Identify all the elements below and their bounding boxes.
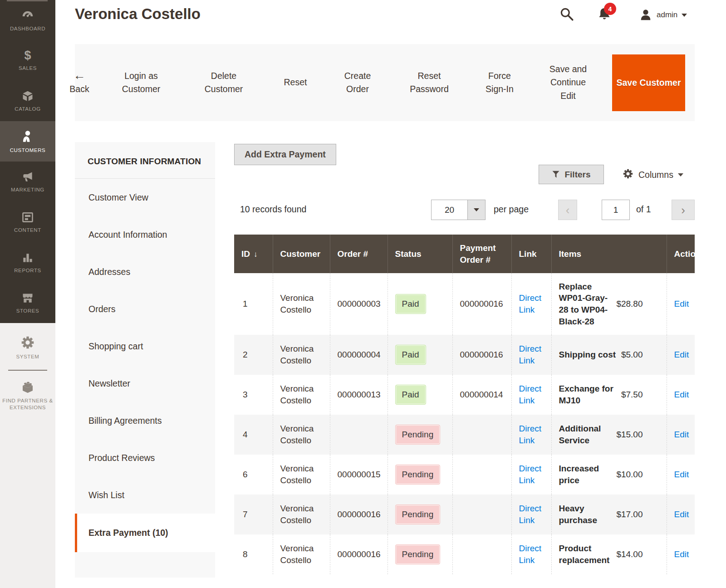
direct-link[interactable]: Direct Link: [519, 293, 542, 314]
status-cell: Pending: [388, 415, 452, 455]
panel-item-shopping-cart[interactable]: Shopping cart: [75, 328, 215, 365]
force-sign-in-button[interactable]: Force Sign-In: [485, 69, 515, 96]
page-number-input[interactable]: [602, 200, 630, 220]
sidebar-item-system[interactable]: SYSTEM: [0, 331, 55, 363]
direct-link[interactable]: Direct Link: [519, 464, 542, 485]
page-total-label: of 1: [636, 204, 651, 215]
sidebar-item-customers[interactable]: CUSTOMERS: [0, 121, 55, 162]
next-page-button[interactable]: ›: [672, 200, 695, 220]
sidebar-item-catalog[interactable]: CATALOG: [0, 81, 55, 121]
panel-item-extra-payment[interactable]: Extra Payment (10): [75, 514, 215, 552]
sidebar-item-label: CONTENT: [14, 227, 41, 233]
panel-item-billing-agreements[interactable]: Billing Agreements: [75, 402, 215, 439]
search-icon[interactable]: [559, 6, 574, 24]
sidebar-item-dashboard[interactable]: DASHBOARD: [0, 0, 55, 40]
gear-icon: [622, 168, 634, 182]
reset-button[interactable]: Reset: [280, 76, 311, 89]
order-number-cell: 000000004: [330, 335, 388, 375]
edit-link[interactable]: Edit: [674, 549, 689, 559]
action-cell: Edit: [667, 335, 695, 375]
panel-item-account-information[interactable]: Account Information: [75, 216, 215, 253]
sidebar-item-content[interactable]: CONTENT: [0, 202, 55, 242]
panel-item-addresses[interactable]: Addresses: [75, 253, 215, 290]
payments-table: ID↓ Customer Order # Status Payment Orde…: [234, 235, 695, 574]
create-order-button[interactable]: Create Order: [339, 69, 376, 96]
admin-account-menu[interactable]: admin: [639, 8, 687, 22]
content-icon: [21, 211, 34, 224]
records-found-text: 10 records found: [240, 204, 306, 215]
notifications-icon[interactable]: 4: [597, 6, 612, 24]
sidebar-divider: [8, 370, 47, 371]
back-arrow-icon: ←: [63, 69, 96, 82]
columns-button[interactable]: Columns: [622, 168, 683, 182]
dashboard-icon: [20, 9, 35, 22]
item-name: Shipping cost: [559, 349, 621, 361]
edit-link[interactable]: Edit: [674, 510, 689, 519]
edit-link[interactable]: Edit: [674, 430, 689, 439]
column-header-id[interactable]: ID↓: [234, 235, 273, 273]
id-cell: 4: [234, 415, 273, 455]
item-name: Increased price: [559, 463, 617, 486]
save-customer-button[interactable]: Save Customer: [612, 54, 685, 111]
column-header-order[interactable]: Order #: [330, 235, 388, 273]
sidebar-item-sales[interactable]: $ SALES: [0, 40, 55, 81]
payment-order-number-cell: [452, 534, 511, 574]
column-header-payment-order[interactable]: Payment Order #: [452, 235, 511, 273]
sidebar-item-reports[interactable]: REPORTS: [0, 242, 55, 283]
previous-page-button[interactable]: ‹: [558, 200, 577, 220]
filters-button[interactable]: Filters: [539, 165, 604, 184]
save-and-continue-edit-button[interactable]: Save and Continue Edit: [543, 63, 593, 103]
items-cell: Heavy purchase$17.00: [551, 495, 667, 534]
direct-link[interactable]: Direct Link: [519, 504, 542, 525]
action-cell: Edit: [667, 534, 695, 574]
column-header-items[interactable]: Items: [551, 235, 667, 273]
column-header-customer[interactable]: Customer: [273, 235, 330, 273]
per-page-select[interactable]: 20: [431, 200, 486, 220]
status-badge: Pending: [395, 544, 441, 564]
edit-link[interactable]: Edit: [674, 390, 689, 399]
item-name: Heavy purchase: [559, 503, 617, 526]
column-header-action[interactable]: Action: [667, 235, 695, 273]
items-cell: Shipping cost$5.00: [551, 335, 667, 375]
direct-link[interactable]: Direct Link: [519, 384, 542, 405]
logo-strip-partial: [7, 0, 48, 1]
edit-link[interactable]: Edit: [674, 350, 689, 359]
column-header-link[interactable]: Link: [511, 235, 551, 273]
sidebar-item-label: DASHBOARD: [10, 25, 45, 32]
panel-item-wish-list[interactable]: Wish List: [75, 476, 215, 514]
panel-item-customer-view[interactable]: Customer View: [75, 179, 215, 216]
edit-link[interactable]: Edit: [674, 470, 689, 479]
grid-controls-row: 10 records found 20 per page ‹ of 1 ›: [234, 200, 695, 221]
table-row: 7Veronica Costello000000016PendingDirect…: [234, 495, 695, 534]
sidebar-item-find-partners[interactable]: FIND PARTNERS & EXTENSIONS: [0, 377, 55, 413]
panel-item-orders[interactable]: Orders: [75, 290, 215, 328]
edit-link[interactable]: Edit: [674, 299, 689, 309]
back-button[interactable]: ← Back: [63, 69, 96, 96]
main-area: Veronica Costello 4 admin ← Back Login a…: [55, 0, 726, 588]
id-cell: 3: [234, 375, 273, 415]
sidebar-item-stores[interactable]: STORES: [0, 283, 55, 323]
customer-edit-page: DASHBOARD $ SALES CATALOG CUSTOMERS: [0, 0, 726, 588]
panel-item-product-reviews[interactable]: Product Reviews: [75, 439, 215, 476]
table-row: 4Veronica CostelloPendingDirect LinkAddi…: [234, 415, 695, 455]
link-cell: Direct Link: [511, 534, 551, 574]
items-cell: Additional Service$15.00: [551, 415, 667, 455]
items-cell: Product replacement$14.00: [551, 534, 667, 574]
direct-link[interactable]: Direct Link: [519, 424, 542, 445]
link-cell: Direct Link: [511, 273, 551, 335]
extensions-icon: [20, 381, 35, 394]
order-number-cell: 000000016: [330, 495, 388, 534]
panel-item-newsletter[interactable]: Newsletter: [75, 365, 215, 402]
reset-password-button[interactable]: Reset Password: [403, 69, 456, 96]
add-extra-payment-button[interactable]: Add Extra Payment: [234, 144, 336, 165]
payments-table-body: 1Veronica Costello000000003Paid000000016…: [234, 273, 695, 574]
direct-link[interactable]: Direct Link: [519, 544, 542, 565]
table-row: 2Veronica Costello000000004Paid000000016…: [234, 335, 695, 375]
sidebar-item-marketing[interactable]: MARKETING: [0, 162, 55, 202]
login-as-customer-button[interactable]: Login as Customer: [117, 69, 165, 96]
column-header-status[interactable]: Status: [388, 235, 452, 273]
table-row: 6Veronica Costello000000015PendingDirect…: [234, 455, 695, 495]
delete-customer-button[interactable]: Delete Customer: [197, 69, 250, 96]
item-name: Replace WP01-Gray-28 to WP04-Black-28: [559, 281, 617, 328]
direct-link[interactable]: Direct Link: [519, 344, 542, 365]
